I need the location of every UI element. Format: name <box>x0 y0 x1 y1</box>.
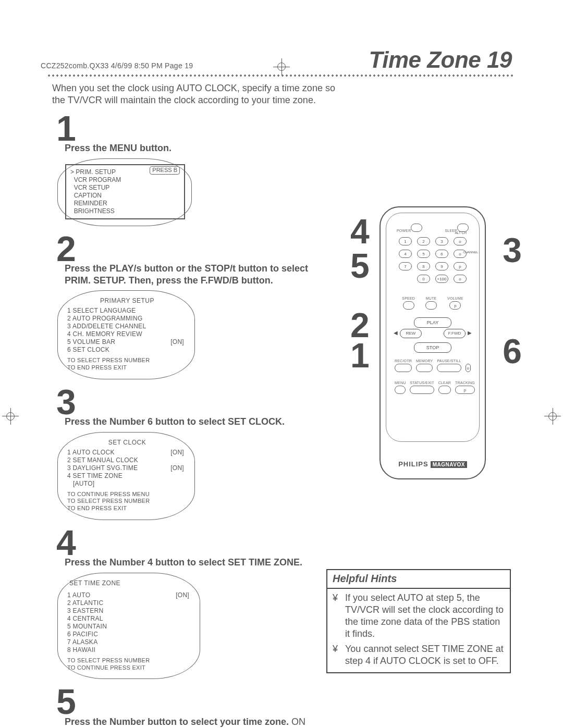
remote-callout-3: 3 <box>503 230 520 270</box>
rec-label: REC/OTR <box>395 359 412 363</box>
vol-down-button[interactable]: p <box>449 301 461 310</box>
screen-row: 3 ADD/DELETE CHANNEL <box>67 323 187 330</box>
remote-inner: POWER SLEEP ALT CH 1 2 3 o 4 5 6 o 7 8 9… <box>386 213 480 442</box>
power-button[interactable] <box>411 224 422 232</box>
rec-button[interactable] <box>395 364 412 372</box>
transport-controls: ◀ ▶ PLAY REW F.FWD STOP <box>395 317 471 349</box>
remote-diagram: 4 5 2 1 3 6 POWER SLEEP ALT CH 1 2 3 o 4… <box>354 206 511 498</box>
speed-label: SPEED <box>402 297 415 300</box>
num-6[interactable]: 6 <box>435 250 448 258</box>
intro-text: When you set the clock using AUTO CLOCK,… <box>52 82 344 106</box>
hints-heading: Helpful Hints <box>327 570 510 589</box>
remote-callout-4: 4 <box>350 212 368 251</box>
status-exit-button[interactable] <box>410 386 434 394</box>
altch-label: ALT CH <box>455 231 467 235</box>
left-tri-icon: ◀ <box>394 330 398 336</box>
vol-up-button[interactable]: o <box>454 275 467 283</box>
num-3[interactable]: 3 <box>435 237 448 245</box>
volume-label: VOLUME <box>447 297 463 300</box>
screen-title: SET CLOCK <box>67 439 187 447</box>
screen-prim-setup: PRESS B > PRIM. SETUP VCR PROGRAM VCR SE… <box>57 158 192 226</box>
step-5-on: ON <box>291 717 305 727</box>
step-5-text: Press the Number button to select your t… <box>65 716 357 728</box>
plus-100-button[interactable]: +100 <box>435 275 448 283</box>
crop-mark-top <box>276 61 287 72</box>
menu-row: CAPTION <box>70 192 180 200</box>
screen-set-clock: SET CLOCK 1 AUTO CLOCK[ON] 2 SET MANUAL … <box>57 432 195 520</box>
num-5[interactable]: 5 <box>417 250 430 258</box>
remote-callout-6: 6 <box>503 331 520 371</box>
stop-button[interactable]: STOP <box>414 342 451 353</box>
memory-label: MEMORY <box>416 359 433 363</box>
tracking-label: TRACKING <box>455 381 475 385</box>
mute-button[interactable] <box>425 301 437 310</box>
channel-label: CHANNEL <box>463 251 478 254</box>
menu-row: VCR PROGRAM <box>70 176 180 184</box>
screen-row: 3 EASTERN <box>67 607 192 615</box>
screen-row: 6 SET CLOCK <box>67 346 187 354</box>
right-tri-icon: ▶ <box>468 330 472 336</box>
screen-row: 1 SELECT LANGUAGE <box>67 307 187 315</box>
memory-button[interactable] <box>416 364 433 372</box>
screen-row: 4 CENTRAL <box>67 615 192 623</box>
remote-outline: POWER SLEEP ALT CH 1 2 3 o 4 5 6 o 7 8 9… <box>380 206 486 479</box>
running-head: CCZ252comb.QX33 4/6/99 8:50 PM Page 19 <box>41 61 193 70</box>
rew-button[interactable]: REW <box>400 329 422 338</box>
num-9[interactable]: 9 <box>435 262 448 270</box>
num-8[interactable]: 8 <box>417 262 430 270</box>
clear-button[interactable] <box>438 386 451 394</box>
num-0[interactable]: 0 <box>417 275 430 283</box>
screen-row: 3 DAYLIGHT SVG.TIME[ON] <box>67 464 187 472</box>
brand-magnavox: MAGNAVOX <box>431 461 467 468</box>
screen-row: 5 MOUNTAIN <box>67 623 192 631</box>
tracking-up-label <box>468 359 469 363</box>
brand-philips: PHILIPS <box>398 460 429 468</box>
menu-button[interactable] <box>395 386 406 394</box>
screen-row: [AUTO] <box>67 480 187 488</box>
screen-primary-setup: PRIMARY SETUP 1 SELECT LANGUAGE 2 AUTO P… <box>57 290 195 379</box>
helpful-hints-box: Helpful Hints If you select AUTO at step… <box>326 569 511 673</box>
menu-row: REMINDER <box>70 200 180 207</box>
remote-callout-1: 1 <box>350 336 368 375</box>
pressb-badge: PRESS B <box>150 166 180 175</box>
altch-button[interactable]: o <box>454 237 467 245</box>
tracking-down-button[interactable]: p <box>455 386 475 394</box>
ffwd-button[interactable]: F.FWD <box>444 329 466 338</box>
play-button[interactable]: PLAY <box>414 317 451 328</box>
menu-row: BRIGHTNESS <box>70 207 180 215</box>
dot-separator <box>47 74 513 77</box>
num-1[interactable]: 1 <box>399 237 412 245</box>
status-label: STATUS/EXIT <box>410 381 434 385</box>
step-1-bold: Press the MENU button. <box>65 143 172 153</box>
num-4[interactable]: 4 <box>399 250 412 258</box>
screen-row: 5 VOLUME BAR[ON] <box>67 338 187 346</box>
menu-row: VCR SETUP <box>70 184 180 192</box>
pause-label: PAUSE/STILL <box>437 359 461 363</box>
pause-button[interactable] <box>437 364 461 372</box>
screen-footer: TO SELECT PRESS NUMBER TO END PRESS EXIT <box>67 357 187 372</box>
num-7[interactable]: 7 <box>399 262 412 270</box>
step-4-text: Press the Number 4 button to select SET … <box>65 557 357 569</box>
screen-row: 2 SET MANUAL CLOCK <box>67 456 187 464</box>
numpad: 1 2 3 o 4 5 6 o 7 8 9 p 0 +100 o <box>399 237 467 283</box>
clear-label: CLEAR <box>438 381 451 385</box>
hint-item: You cannot select SET TIME ZONE at step … <box>340 643 507 667</box>
screen-row: 8 HAWAII <box>67 646 192 654</box>
step-3-bold: Press the Number 6 button to select SET … <box>65 416 285 427</box>
mute-label: MUTE <box>426 297 437 300</box>
crop-mark-left <box>5 411 16 422</box>
power-label: POWER <box>397 229 411 232</box>
crop-mark-right <box>547 411 558 422</box>
remote-callout-5: 5 <box>350 246 368 286</box>
screen-row: 6 PACIFIC <box>67 631 192 638</box>
speed-button[interactable] <box>403 301 414 310</box>
step-2-text: Press the PLAY/s button or the STOP/t bu… <box>65 263 357 286</box>
screen-footer: TO SELECT PRESS NUMBER TO CONTINUE PRESS… <box>67 657 192 672</box>
num-2[interactable]: 2 <box>417 237 430 245</box>
screen-row: 4 SET TIME ZONE <box>67 472 187 480</box>
step-number-4: 4 <box>56 528 563 557</box>
screen-row: 2 AUTO PROGRAMMING <box>67 315 187 323</box>
tracking-up-button[interactable]: o <box>466 364 471 372</box>
step-5-bold: Press the Number button to select your t… <box>65 717 291 727</box>
ch-down-button[interactable]: p <box>454 262 467 270</box>
